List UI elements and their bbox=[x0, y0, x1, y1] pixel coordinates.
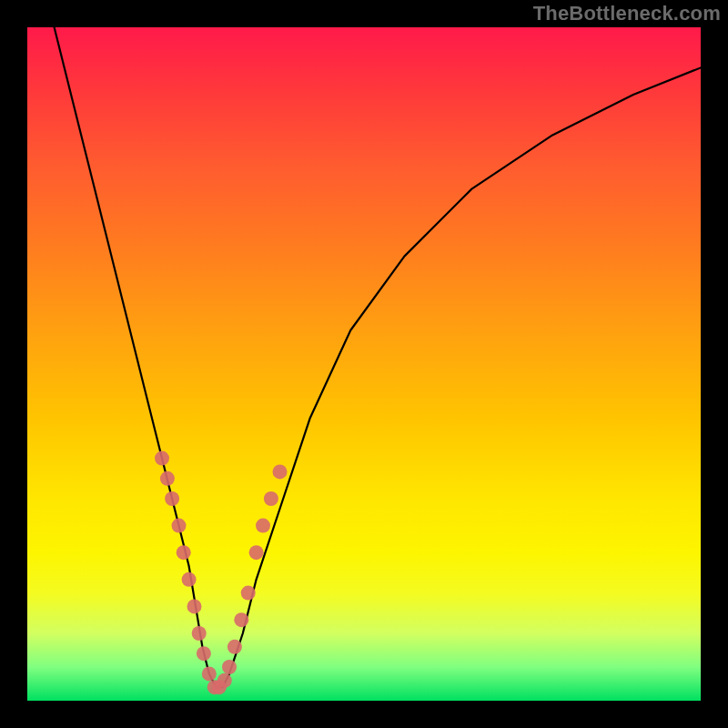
marker-dot bbox=[222, 660, 237, 674]
bottleneck-curve bbox=[55, 27, 701, 687]
curve-path-group bbox=[55, 27, 701, 687]
marker-dot bbox=[228, 640, 242, 654]
watermark-text: TheBottleneck.com bbox=[533, 2, 721, 25]
marker-dot bbox=[192, 626, 207, 641]
marker-dot bbox=[264, 491, 278, 506]
marker-dot bbox=[155, 451, 169, 466]
chart-container: TheBottleneck.com bbox=[0, 0, 728, 728]
marker-dot bbox=[172, 519, 187, 533]
marker-dot bbox=[241, 586, 256, 601]
marker-dot bbox=[217, 673, 232, 688]
marker-dot bbox=[160, 471, 175, 486]
marker-dot bbox=[165, 491, 179, 506]
marker-dot bbox=[249, 545, 264, 560]
marker-dot bbox=[273, 464, 288, 479]
marker-dot bbox=[197, 646, 211, 661]
marker-dot bbox=[187, 599, 202, 613]
marker-dot bbox=[202, 666, 217, 681]
marker-dot bbox=[177, 545, 191, 560]
marker-dot bbox=[182, 572, 197, 587]
chart-svg bbox=[27, 27, 701, 701]
marker-dot bbox=[256, 519, 270, 533]
plot-area bbox=[27, 27, 701, 701]
marker-dot bbox=[234, 612, 248, 627]
marker-dots bbox=[155, 451, 288, 695]
